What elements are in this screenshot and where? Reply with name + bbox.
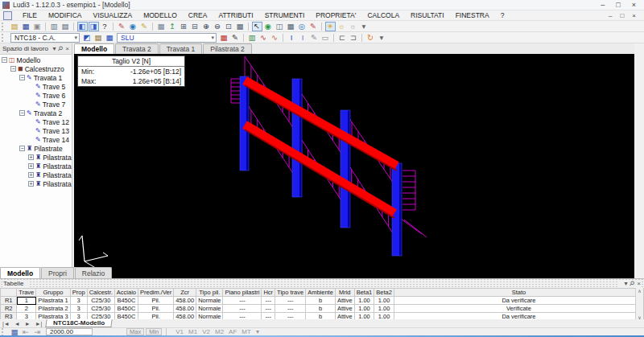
- menu-item-proprieta[interactable]: PROPRIETA': [310, 11, 361, 19]
- tables-pin-icon[interactable]: ⚲: [628, 279, 637, 288]
- column-header-beta2[interactable]: Beta2: [374, 289, 394, 297]
- tree-item-trave-12[interactable]: ✎Trave 12: [0, 117, 72, 126]
- light-icon[interactable]: ☼: [336, 22, 347, 31]
- panel-tab-relazio[interactable]: Relazio: [75, 267, 112, 278]
- diagram-v-icon[interactable]: ∿: [258, 33, 269, 43]
- row-header[interactable]: R2: [1, 305, 17, 313]
- fit-view-icon[interactable]: ▦: [235, 22, 246, 31]
- tree-item-trave-14[interactable]: ✎Trave 14: [0, 135, 72, 144]
- component-v1-button[interactable]: V1: [175, 328, 184, 335]
- tree-expander-icon[interactable]: +: [28, 154, 34, 160]
- extend-icon[interactable]: ⊞: [179, 22, 189, 31]
- tree-expander-icon[interactable]: −: [19, 146, 25, 151]
- column-header-beta1[interactable]: Beta1: [354, 289, 374, 297]
- min-button[interactable]: Min: [146, 328, 162, 335]
- column-header-mrid[interactable]: Mrid: [335, 289, 354, 297]
- toolbar2-grip[interactable]: [2, 34, 6, 42]
- print-preview-icon[interactable]: ▥: [49, 22, 60, 31]
- cell-beta1[interactable]: 1.00: [354, 297, 374, 305]
- cell-calcestr[interactable]: C25/30: [87, 297, 114, 305]
- eraser-icon[interactable]: ▭: [320, 33, 331, 43]
- cell-mrid[interactable]: Attive: [335, 305, 354, 313]
- tree-expander-icon[interactable]: −: [19, 75, 25, 80]
- table-scrollbar[interactable]: ∧ ∨: [635, 288, 643, 320]
- refresh-icon[interactable]: ↻: [365, 33, 376, 43]
- zoom-in-icon[interactable]: ⊕: [201, 22, 212, 31]
- sheet-nav-icon[interactable]: ◄: [12, 321, 23, 327]
- column-header-tipo-trave[interactable]: Tipo trave: [275, 289, 306, 297]
- workspace-pin-icon[interactable]: ⚲: [56, 44, 65, 53]
- tables-icon[interactable]: ▦: [105, 33, 115, 43]
- cell-beta2[interactable]: 1.00: [374, 305, 394, 313]
- workspace-close-icon[interactable]: ×: [65, 45, 69, 52]
- panel-tab-modello[interactable]: Modello: [0, 267, 40, 278]
- menu-item-strumenti[interactable]: STRUMENTI: [259, 11, 311, 19]
- zoom-out-icon[interactable]: ⊖: [213, 22, 223, 31]
- mdi-document-icon[interactable]: [3, 11, 12, 20]
- norm-check-icon[interactable]: ◩: [82, 33, 93, 43]
- window-split-icon[interactable]: ◨: [89, 22, 99, 31]
- section-icon[interactable]: ◫: [275, 22, 285, 31]
- tree-item-trave-7[interactable]: ✎Trave 7: [0, 100, 72, 109]
- column-header-gruppo[interactable]: Gruppo: [36, 289, 71, 297]
- table-row[interactable]: R22Pilastrata 23C25/30B450CPil.458.00Nor…: [1, 305, 644, 313]
- export-view-icon[interactable]: ◎: [297, 22, 308, 31]
- tree-item-pilastrata-2[interactable]: +♜Pilastrata 2: [0, 162, 72, 171]
- cell-tipo-trave[interactable]: ---: [275, 297, 306, 305]
- cell-gruppo[interactable]: Pilastrata 2: [36, 305, 71, 313]
- tree-item-pilastrata-1[interactable]: +♜Pilastrata 1: [0, 153, 72, 162]
- copy-icon[interactable]: ▣: [32, 22, 43, 31]
- marker-icon[interactable]: ✎: [117, 22, 127, 31]
- column-header-ambiente[interactable]: Ambiente: [306, 289, 336, 297]
- close-icon[interactable]: ×: [632, 1, 636, 9]
- pan-icon[interactable]: ⊡: [224, 22, 234, 31]
- clamp-left-icon[interactable]: ⊏: [337, 33, 348, 43]
- cell-gruppo[interactable]: Pilastrata 1: [36, 297, 71, 305]
- tree-item-trave-5[interactable]: ✎Trave 5: [0, 82, 72, 91]
- tree-expander-icon[interactable]: −: [19, 110, 25, 116]
- tree-expander-icon[interactable]: +: [28, 163, 34, 169]
- model-viewport[interactable]: Taglio V2 [N] Min:-1.26e+05 [B:12]Max:1.…: [74, 54, 634, 278]
- context-help-icon[interactable]: ?: [100, 22, 110, 31]
- column-header-zcr[interactable]: Zcr: [174, 289, 196, 297]
- max-button[interactable]: Max: [126, 328, 144, 335]
- panel-tab-propri[interactable]: Propri: [41, 267, 74, 278]
- diagram-m-icon[interactable]: ∿: [270, 33, 280, 43]
- cell-beta1[interactable]: 1.00: [354, 305, 374, 313]
- statusbar-more-icon[interactable]: ▾: [256, 328, 259, 335]
- cell-predim-ver[interactable]: Pil.: [138, 297, 174, 305]
- tree-item-modello[interactable]: −◫Modello: [0, 55, 72, 64]
- verify-grid-icon[interactable]: ▦: [219, 33, 229, 43]
- view-tab-travata-2[interactable]: Travata 2: [115, 43, 159, 54]
- menu-item-help[interactable]: ?: [495, 11, 510, 19]
- column-header-tipo-pil[interactable]: Tipo pil.: [196, 289, 223, 297]
- tree-item-pilastrata-4[interactable]: +♜Pilastrata 4: [0, 179, 72, 188]
- snap-grid-icon[interactable]: ▦: [156, 22, 167, 31]
- tables-close-icon[interactable]: ×: [637, 280, 641, 287]
- light-on-icon[interactable]: ☀: [325, 22, 336, 31]
- column-header-prop[interactable]: Prop: [70, 289, 87, 297]
- cell-trave[interactable]: 1: [17, 297, 36, 305]
- cell-calcestr[interactable]: C25/30: [87, 305, 114, 313]
- chart-icon[interactable]: ▥: [247, 33, 258, 43]
- norm-combobox[interactable]: NTC18 - C.A. ▾: [10, 33, 80, 43]
- cell-zcr[interactable]: 458.00: [174, 297, 196, 305]
- cell-acciaio[interactable]: B450C: [114, 305, 138, 313]
- open-file-icon[interactable]: ▤: [10, 22, 20, 31]
- edit-sketch-icon[interactable]: ✎: [230, 33, 241, 43]
- component-v2-button[interactable]: V2: [202, 328, 210, 335]
- cell-tipo-pil[interactable]: Normale: [196, 305, 223, 313]
- combination-combobox[interactable]: SLU ▾: [117, 33, 217, 43]
- view-tab-modello[interactable]: Modello: [74, 43, 114, 54]
- cell-predim-ver[interactable]: Pil.: [138, 305, 174, 313]
- menu-item-file[interactable]: FILE: [17, 11, 43, 19]
- cell-hcr[interactable]: ---: [262, 297, 275, 305]
- minimize-icon[interactable]: –: [601, 1, 605, 9]
- cell-beta2[interactable]: 1.00: [374, 297, 394, 305]
- beam-section-icon[interactable]: I: [287, 33, 297, 43]
- component-af-button[interactable]: AF: [229, 328, 237, 335]
- cell-stato[interactable]: Verificate: [394, 305, 643, 313]
- statusbar-grip[interactable]: [2, 328, 6, 336]
- cell-prop[interactable]: 3: [70, 297, 87, 305]
- column-header-piano-pilastri[interactable]: Piano pilastri: [223, 289, 262, 297]
